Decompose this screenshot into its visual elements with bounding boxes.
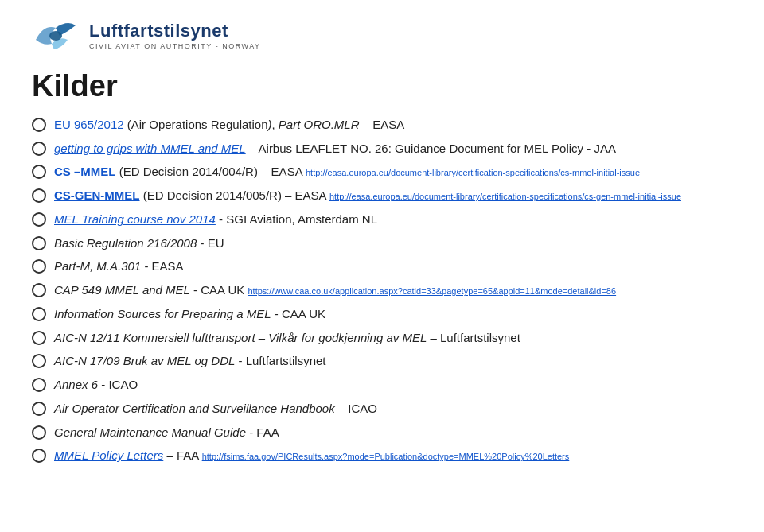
item-text: AIC-N 17/09 Bruk av MEL og DDL - Luftfar…	[54, 352, 732, 370]
list-item: getting to grips with MMEL and MEL – Air…	[32, 140, 732, 157]
item-text-10: – Luftfartstilsynet	[430, 331, 520, 344]
cs-mmel-link[interactable]: CS –MMEL	[54, 165, 116, 178]
bullet-icon	[32, 354, 46, 368]
item-text-4: (ED Decision 2014/005/R) – EASA	[143, 188, 329, 202]
bullet-icon	[32, 331, 46, 345]
info-sources-text: Information Sources for Preparing a MEL	[54, 307, 271, 320]
item-text-2: – Airbus LEAFLET NO. 26: Guidance Docume…	[249, 142, 616, 155]
bullet-icon	[32, 236, 46, 250]
bullet-icon	[32, 402, 46, 416]
cs-gen-mmel-url-link[interactable]: http://easa.europa.eu/document-library/c…	[329, 192, 681, 201]
basic-reg-text: Basic Regulation 216/2008	[54, 236, 197, 250]
header: Luftfartstilsynet CIVIL AVIATION AUTHORI…	[32, 16, 732, 56]
item-text: getting to grips with MMEL and MEL – Air…	[54, 140, 732, 157]
item-text-3: (ED Decision 2014/004/R) – EASA	[119, 165, 306, 178]
cs-mmel-url-link[interactable]: http://easa.europa.eu/document-library/c…	[306, 168, 640, 177]
list-item: General Maintenance Manual Guide - FAA	[32, 424, 732, 441]
logo-text-area: Luftfartstilsynet CIVIL AVIATION AUTHORI…	[89, 21, 261, 50]
item-text: EU 965/2012 (Air Operations Regulation),…	[54, 116, 732, 134]
bullet-icon	[32, 212, 46, 227]
item-text-12: - ICAO	[101, 378, 138, 391]
aic-17-text: AIC-N 17/09 Bruk av MEL og DDL	[54, 354, 235, 367]
list-item: AIC-N 12/11 Kommersiell lufttransport – …	[32, 329, 732, 347]
cs-gen-mmel-link[interactable]: CS-GEN-MMEL	[54, 188, 140, 202]
list-item: CS-GEN-MMEL (ED Decision 2014/005/R) – E…	[32, 187, 732, 204]
item-text-8: - CAA UK	[193, 283, 248, 297]
item-text: MMEL Policy Letters – FAA http://fsims.f…	[54, 447, 732, 464]
item-text-14: - FAA	[249, 425, 279, 439]
item-text-1: (Air Operations Regulation), Part ORO.ML…	[127, 118, 405, 131]
logo-area: Luftfartstilsynet CIVIL AVIATION AUTHORI…	[32, 16, 261, 56]
item-text-6: - EU	[200, 236, 224, 250]
bullet-icon	[32, 283, 46, 297]
item-text: Annex 6 - ICAO	[54, 376, 732, 394]
logo-name: Luftfartstilsynet	[89, 21, 261, 41]
item-text: AIC-N 12/11 Kommersiell lufttransport – …	[54, 329, 732, 347]
item-text-13: – ICAO	[338, 402, 377, 415]
list-item: Part-M, M.A.301 - EASA	[32, 258, 732, 275]
getting-to-grips-link[interactable]: getting to grips with MMEL and MEL	[54, 142, 246, 155]
bullet-icon	[32, 449, 46, 463]
item-text: CS-GEN-MMEL (ED Decision 2014/005/R) – E…	[54, 187, 732, 204]
list-item: EU 965/2012 (Air Operations Regulation),…	[32, 116, 732, 134]
bullet-icon	[32, 118, 46, 132]
list-item: Basic Regulation 216/2008 - EU	[32, 235, 732, 252]
page: Luftfartstilsynet CIVIL AVIATION AUTHORI…	[0, 0, 764, 532]
list-item: Air Operator Certification and Surveilla…	[32, 400, 732, 417]
bullet-icon	[32, 378, 46, 392]
list-item: MEL Training course nov 2014 - SGI Aviat…	[32, 211, 732, 228]
item-text-7: - EASA	[144, 259, 183, 273]
bullet-icon	[32, 142, 46, 156]
item-text: General Maintenance Manual Guide - FAA	[54, 424, 732, 441]
mmel-policy-link[interactable]: MMEL Policy Letters	[54, 449, 163, 462]
page-title: Kilder	[32, 70, 732, 103]
bullet-icon	[32, 307, 46, 321]
item-text-5: - SGI Aviation, Amsterdam NL	[219, 212, 377, 226]
aic-12-text: AIC-N 12/11 Kommersiell lufttransport – …	[54, 331, 427, 344]
bullet-icon	[32, 259, 46, 274]
list-item: Annex 6 - ICAO	[32, 376, 732, 394]
item-text: Air Operator Certification and Surveilla…	[54, 400, 732, 417]
air-operator-text: Air Operator Certification and Surveilla…	[54, 402, 335, 415]
item-text-9: - CAA UK	[275, 307, 325, 320]
logo-subtitle: CIVIL AVIATION AUTHORITY - NORWAY	[89, 42, 261, 50]
item-text: Information Sources for Preparing a MEL …	[54, 305, 732, 323]
item-text-11: - Luftfartstilsynet	[239, 354, 326, 367]
list-item: MMEL Policy Letters – FAA http://fsims.f…	[32, 447, 732, 464]
cap549-url-link[interactable]: https://www.caa.co.uk/application.aspx?c…	[248, 286, 616, 296]
annex6-text: Annex 6	[54, 378, 98, 391]
bullet-icon	[32, 188, 46, 203]
sources-list: EU 965/2012 (Air Operations Regulation),…	[32, 116, 732, 464]
item-text: Basic Regulation 216/2008 - EU	[54, 235, 732, 252]
list-item: AIC-N 17/09 Bruk av MEL og DDL - Luftfar…	[32, 352, 732, 370]
item-text-15: – FAA	[166, 449, 201, 462]
bullet-icon	[32, 425, 46, 440]
gen-maintenance-text: General Maintenance Manual Guide	[54, 425, 246, 439]
part-m-text: Part-M, M.A.301	[54, 259, 141, 273]
list-item: CS –MMEL (ED Decision 2014/004/R) – EASA…	[32, 163, 732, 181]
bullet-icon	[32, 165, 46, 179]
list-item: CAP 549 MMEL and MEL - CAA UK https://ww…	[32, 282, 732, 299]
item-text: CS –MMEL (ED Decision 2014/004/R) – EASA…	[54, 163, 732, 181]
mmel-policy-url-link[interactable]: http://fsims.faa.gov/PICResults.aspx?mod…	[202, 452, 570, 461]
eu-965-link[interactable]: EU 965/2012	[54, 118, 124, 131]
item-text: CAP 549 MMEL and MEL - CAA UK https://ww…	[54, 282, 732, 299]
logo-icon	[32, 16, 80, 56]
item-text: MEL Training course nov 2014 - SGI Aviat…	[54, 211, 732, 228]
item-text: Part-M, M.A.301 - EASA	[54, 258, 732, 275]
svg-point-0	[49, 31, 62, 41]
cap549-text: CAP 549 MMEL and MEL	[54, 283, 190, 297]
list-item: Information Sources for Preparing a MEL …	[32, 305, 732, 323]
mel-training-link[interactable]: MEL Training course nov 2014	[54, 212, 216, 226]
